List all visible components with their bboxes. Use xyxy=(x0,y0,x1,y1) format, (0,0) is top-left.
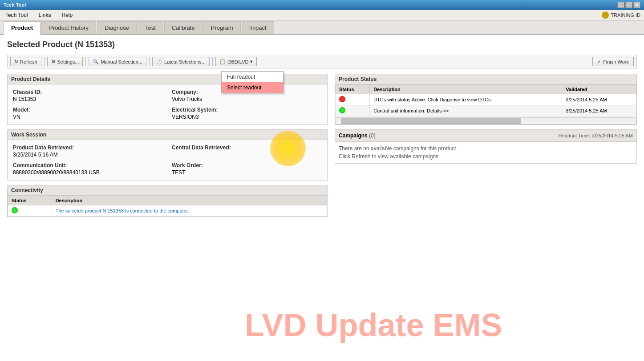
campaigns-body: There are no available campaigns for thi… xyxy=(335,142,636,163)
full-readout-item[interactable]: Full readout xyxy=(222,72,283,82)
separator-2 xyxy=(85,57,86,66)
menu-bar: Tech Tool Links Help TRAINING ID xyxy=(0,10,644,20)
obd-dropdown-menu: Full readout Select readout xyxy=(221,71,284,93)
minimize-button[interactable]: _ xyxy=(617,2,624,8)
content-columns: Product Details Chassis ID: N 151353 Com… xyxy=(7,74,637,221)
product-data-group: Product Data Retrieved: 3/25/2014 5:16 A… xyxy=(13,144,163,158)
status-col-description: Description xyxy=(370,85,562,94)
comm-unit-group: Communication Unit: 88890300/88890020/88… xyxy=(13,162,163,176)
product-status-body: Status Description Validated DTCs with s… xyxy=(335,84,636,124)
tab-product-history[interactable]: Product History xyxy=(41,21,96,34)
status-validated-cell-1: 3/25/2014 5:25 AM xyxy=(562,105,636,116)
status-col-status: Status xyxy=(336,85,370,94)
status-icon-cell-1 xyxy=(336,105,370,116)
tab-test[interactable]: Test xyxy=(138,21,163,34)
obd-icon: 📋 xyxy=(219,59,226,64)
settings-button[interactable]: ⚙ Settings... xyxy=(47,57,83,66)
manual-selection-button[interactable]: 🔍 Manual Selection... xyxy=(89,57,146,66)
menu-help[interactable]: Help xyxy=(60,11,75,19)
campaigns-click-refresh: Click Refresh to view available campaign… xyxy=(339,153,633,160)
connectivity-section: Connectivity Status Description xyxy=(7,185,328,217)
status-red-icon xyxy=(339,96,345,102)
work-order-label: Work Order: xyxy=(172,162,322,168)
menu-techtool[interactable]: Tech Tool xyxy=(4,11,29,19)
electrical-label: Electrical System: xyxy=(172,107,322,113)
nav-tabs: Product Product History Diagnose Test Ca… xyxy=(0,20,644,35)
main-content: Selected Product (N 151353) ↻ Refresh ⚙ … xyxy=(0,35,644,361)
tab-diagnose[interactable]: Diagnose xyxy=(97,21,137,34)
electrical-value: VERSION3 xyxy=(172,114,322,120)
model-group: Model: VN xyxy=(13,107,163,120)
tab-calibrate[interactable]: Calibrate xyxy=(164,21,203,34)
training-id-label: TRAINING ID xyxy=(611,12,640,18)
electrical-group: Electrical System: VERSION3 xyxy=(172,107,322,120)
latest-selections-button[interactable]: 🕐 Latest Selections... xyxy=(152,57,210,66)
connectivity-col-description: Description xyxy=(52,196,327,205)
left-column: Product Details Chassis ID: N 151353 Com… xyxy=(7,74,328,221)
status-table: Status Description Validated DTCs with s… xyxy=(335,84,636,116)
clock-icon: 🕐 xyxy=(156,59,162,64)
readout-time-value: 3/25/2014 5:25 AM xyxy=(592,133,633,138)
comm-unit-value: 88890300/88890020/88840133 USB xyxy=(13,169,163,176)
readout-time-area: Readout Time: 3/25/2014 5:25 AM xyxy=(559,132,633,139)
campaigns-header: Campaigns (0) Readout Time: 3/25/2014 5:… xyxy=(335,130,636,142)
details-grid: Chassis ID: N 151353 Company: Volvo Truc… xyxy=(13,89,322,120)
product-data-label: Product Data Retrieved: xyxy=(13,144,163,151)
separator-3 xyxy=(149,57,150,66)
watermark-text: LVD Update EMS xyxy=(245,307,502,343)
training-id: TRAINING ID xyxy=(602,12,640,19)
campaigns-section: Campaigns (0) Readout Time: 3/25/2014 5:… xyxy=(335,129,637,164)
connectivity-header: Connectivity xyxy=(8,185,327,196)
app-title: Tech Tool xyxy=(4,2,26,8)
status-green-icon xyxy=(339,107,345,113)
status-scroll-area[interactable] xyxy=(335,117,636,124)
campaigns-count: (0) xyxy=(369,132,376,139)
dropdown-arrow-icon: ▾ xyxy=(250,59,253,64)
connectivity-col-status: Status xyxy=(8,196,52,205)
campaigns-title-area: Campaigns (0) xyxy=(339,132,376,139)
search-icon: 🔍 xyxy=(93,59,99,64)
maximize-button[interactable]: □ xyxy=(625,2,632,8)
toolbar: ↻ Refresh ⚙ Settings... 🔍 Manual Selecti… xyxy=(7,55,637,68)
work-session-body: Product Data Retrieved: 3/25/2014 5:16 A… xyxy=(8,140,327,180)
status-desc-cell-0: DTCs with status Active. Click Diagnose … xyxy=(370,94,562,105)
product-status-section: Product Status Status Description Valida… xyxy=(335,74,637,125)
tab-program[interactable]: Program xyxy=(203,21,241,34)
select-readout-item[interactable]: Select readout xyxy=(222,82,283,93)
product-data-value: 3/25/2014 5:16 AM xyxy=(13,152,163,158)
tab-impact[interactable]: Impact xyxy=(242,21,274,34)
work-session-section: Work Session Product Data Retrieved: 3/2… xyxy=(7,129,328,180)
work-session-header: Work Session xyxy=(8,130,327,140)
readout-time-label: Readout Time: xyxy=(559,133,591,138)
close-button[interactable]: ✕ xyxy=(633,2,640,8)
status-desc-cell-1: Control unit information. Details >> xyxy=(370,105,562,116)
company-value: Volvo Trucks xyxy=(172,96,322,102)
connectivity-body: Status Description The selected product … xyxy=(8,196,327,217)
connectivity-status-green-icon xyxy=(12,207,18,213)
refresh-icon: ↻ xyxy=(14,59,18,64)
campaigns-title: Campaigns xyxy=(339,132,368,139)
window-controls: _ □ ✕ xyxy=(617,2,640,8)
training-icon xyxy=(602,12,609,19)
connectivity-row: The selected product N 151353 is connect… xyxy=(8,205,327,217)
menu-links[interactable]: Links xyxy=(36,11,53,19)
obd-lvd-button[interactable]: 📋 OBD/LVD ▾ xyxy=(215,57,257,66)
central-data-group: Central Data Retrieved: xyxy=(172,144,322,158)
work-session-grid: Product Data Retrieved: 3/25/2014 5:16 A… xyxy=(13,144,322,176)
comm-unit-label: Communication Unit: xyxy=(13,162,163,168)
separator-1 xyxy=(44,57,45,66)
refresh-button[interactable]: ↻ Refresh xyxy=(10,57,41,66)
right-column: Product Status Status Description Valida… xyxy=(335,74,637,221)
status-row-0: DTCs with status Active. Click Diagnose … xyxy=(336,94,636,105)
model-value: VN xyxy=(13,114,163,120)
status-scroll-thumb[interactable] xyxy=(341,118,521,124)
finish-work-button[interactable]: ✓ Finish Work xyxy=(592,57,634,66)
work-order-value: TEST xyxy=(172,169,322,176)
chassis-value: N 151353 xyxy=(13,96,163,102)
page-title: Selected Product (N 151353) xyxy=(7,40,637,49)
tab-product[interactable]: Product xyxy=(4,21,41,35)
status-col-validated: Validated xyxy=(562,85,636,94)
campaigns-no-available: There are no available campaigns for thi… xyxy=(339,145,633,152)
central-data-label: Central Data Retrieved: xyxy=(172,144,322,151)
model-label: Model: xyxy=(13,107,163,113)
